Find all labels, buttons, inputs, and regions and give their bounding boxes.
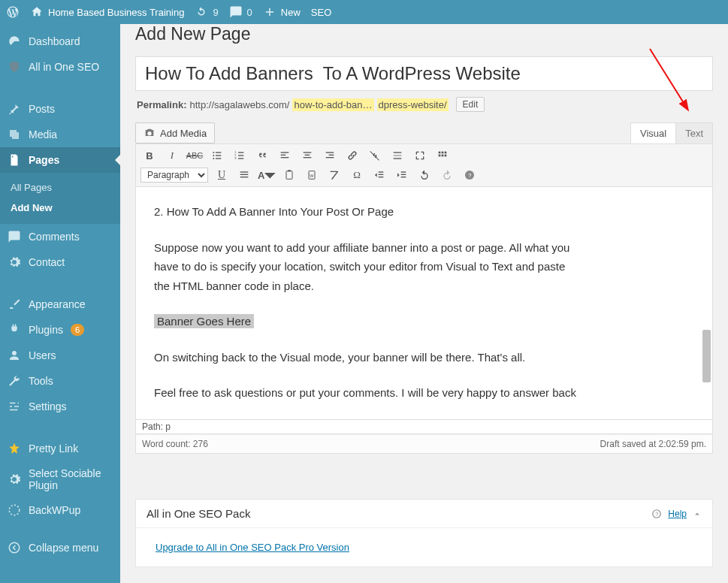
sidebar-item-dashboard[interactable]: Dashboard [0,29,120,54]
draft-saved-time: Draft saved at 2:02:59 pm. [600,439,706,449]
sidebar-item-backwpup[interactable]: BackWPup [0,497,120,523]
svg-rect-19 [304,157,312,158]
tab-visual[interactable]: Visual [630,122,676,143]
svg-text:?: ? [656,511,659,516]
content-paragraph: Suppose now you want to add your affilia… [154,238,582,296]
paste-word-button[interactable]: W [303,167,321,183]
edit-permalink-button[interactable]: Edit [456,97,485,112]
sidebar-item-settings[interactable]: Settings [0,394,120,419]
bold-button[interactable]: B [140,147,159,164]
underline-button[interactable]: U [213,167,231,183]
permalink-label: Permalink: [137,99,186,110]
svg-rect-44 [401,177,406,177]
align-center-button[interactable] [298,147,316,164]
blockquote-button[interactable] [253,147,271,164]
editor-scrollbar-thumb[interactable] [702,330,711,382]
insert-more-button[interactable] [388,147,406,164]
new-link[interactable]: New [263,5,301,19]
editor-toolbar: B I ABC 123 Paragraph U A W Ω [135,143,713,187]
align-left-button[interactable] [276,147,294,164]
svg-rect-24 [394,155,402,156]
svg-rect-31 [445,155,447,157]
italic-button[interactable]: I [163,147,181,164]
svg-point-4 [213,155,214,156]
shield-icon [8,60,21,74]
help-link[interactable]: Help [668,509,687,519]
strikethrough-button[interactable]: ABC [186,147,204,164]
link-button[interactable] [343,147,361,164]
indent-button[interactable] [393,167,411,183]
outdent-button[interactable] [370,167,388,183]
sidebar-item-label: Pretty Link [29,443,78,455]
svg-rect-14 [281,152,289,153]
chevron-up-icon[interactable] [693,509,702,518]
updates-link[interactable]: 9 [195,5,218,19]
permalink-base: http://sagalawebs.com/ [189,99,289,110]
svg-rect-22 [326,157,334,158]
content-paragraph: Feel free to ask questions or put your c… [154,383,694,403]
special-char-button[interactable]: Ω [348,167,366,183]
sidebar-item-plugins[interactable]: Plugins 6 [0,317,120,343]
sidebar-item-label: Collapse menu [29,542,98,554]
collapse-menu[interactable]: Collapse menu [0,535,120,560]
fullscreen-button[interactable] [411,147,429,164]
permalink-row: Permalink: http://sagalawebs.com/how-to-… [137,97,711,112]
svg-rect-16 [281,157,289,158]
sidebar-item-users[interactable]: Users [0,343,120,368]
format-select[interactable]: Paragraph [140,168,208,183]
sidebar-item-aioseo[interactable]: All in One SEO [0,54,120,80]
bulleted-list-button[interactable] [208,147,226,164]
sidebar-item-contact[interactable]: Contact [0,249,120,275]
sliders-icon [8,400,21,413]
unlink-button[interactable] [366,147,384,164]
seo-label: SEO [311,7,331,18]
svg-rect-30 [442,155,444,157]
toolbar-toggle-button[interactable] [433,147,452,164]
editor-path: Path: p [135,420,713,434]
svg-point-2 [213,152,214,153]
post-title-input[interactable] [135,56,713,91]
numbered-list-button[interactable]: 123 [231,147,249,164]
main-content: Add New Page Permalink: http://sagalaweb… [120,24,728,583]
content-heading: 2. How To Add A Banner Into Your Post Or… [154,202,694,222]
sidebar-item-label: Settings [29,400,67,412]
text-color-button[interactable]: A [258,167,276,183]
wordpress-icon [6,5,20,19]
svg-rect-11 [238,155,243,156]
svg-rect-26 [439,152,441,154]
sidebar-item-appearance[interactable]: Appearance [0,292,120,317]
svg-point-6 [213,158,214,159]
upgrade-link[interactable]: Upgrade to All in One SEO Pack Pro Versi… [156,542,349,553]
sidebar-item-pretty-link[interactable]: Pretty Link [0,436,120,461]
sidebar-item-posts[interactable]: Posts [0,96,120,122]
justify-button[interactable] [235,167,253,183]
page-icon [8,153,21,167]
add-media-button[interactable]: Add Media [135,122,215,143]
sidebar-item-sociable[interactable]: Select Sociable Plugin [0,461,120,497]
tab-text[interactable]: Text [675,122,713,143]
sidebar-item-pages[interactable]: Pages [0,147,120,173]
submenu-add-new[interactable]: Add New [0,198,120,218]
sidebar-item-media[interactable]: Media [0,122,120,147]
paste-text-button[interactable] [280,167,298,183]
circle-dots-icon [8,503,21,517]
help-button[interactable]: ? [461,167,479,183]
sidebar-item-tools[interactable]: Tools [0,368,120,394]
site-home-link[interactable]: Home Based Business Training [30,5,184,19]
editor-tabs: Visual Text [631,122,713,143]
seo-link[interactable]: SEO [311,7,331,18]
editor-content-area[interactable]: 2. How To Add A Banner Into Your Post Or… [135,187,713,420]
camera-icon [143,127,156,139]
wp-logo[interactable] [6,5,20,19]
align-right-button[interactable] [321,147,339,164]
user-icon [8,349,21,362]
submenu-all-pages[interactable]: All Pages [0,177,120,198]
clear-format-button[interactable] [325,167,343,183]
sidebar-item-comments[interactable]: Comments [0,224,120,249]
comments-link[interactable]: 0 [229,5,252,19]
banner-placeholder-text: Banner Goes Here [154,314,254,328]
aioseo-panel: All in One SEO Pack ? Help Upgrade to Al… [135,499,713,567]
undo-button[interactable] [415,167,433,183]
svg-rect-43 [401,174,406,175]
redo-button[interactable] [438,167,456,183]
